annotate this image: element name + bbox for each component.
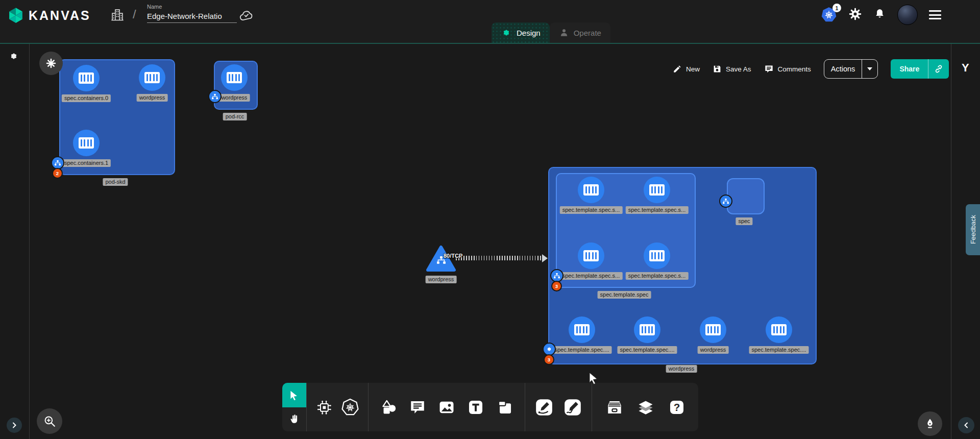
kanvas-app: KANVAS / Name [0,0,980,439]
design-name-field: Name [147,4,237,23]
integrations-chip-tool[interactable] [315,399,333,416]
breadcrumb-slash: / [133,7,136,21]
node-label: spec.template.spec.s... [560,272,623,280]
pen-path-tool[interactable] [534,398,554,417]
actions-caret-icon[interactable] [862,60,877,78]
tab-design[interactable]: Design [492,22,550,43]
menu-hamburger-icon[interactable] [929,10,941,19]
node-template-container[interactable]: spec.template.spec.... [569,316,595,343]
user-avatar[interactable] [897,5,918,25]
gear-flower-icon [45,57,57,69]
save-status-cloud-icon[interactable] [239,9,254,25]
yaml-dock-toggle[interactable]: Y [962,61,969,75]
comment-icon [764,64,774,74]
network-relationship-badge[interactable] [208,90,222,103]
expand-left-panel-button[interactable] [7,418,22,433]
note-icon [496,399,513,416]
node-label: spec [736,217,752,225]
container-icon [644,242,670,269]
pan-tool[interactable] [282,407,306,432]
collapse-right-panel-button[interactable] [958,417,974,433]
magnifier-plus-icon [43,414,56,428]
node-spec-containers-1[interactable]: spec.containers.1 [73,130,100,156]
edge-arrowhead [542,254,548,262]
rectangle-note-tool[interactable] [496,399,513,416]
notifications-bell-icon[interactable] [873,8,886,22]
image-icon [438,399,455,416]
actions-dropdown[interactable]: Actions [824,59,878,79]
edge-wordpress-to-deployment[interactable] [456,256,543,260]
node-wordpress-container[interactable]: wordpress [221,64,248,91]
meshery-sync-icon [8,51,19,64]
left-panel-divider [29,43,30,439]
help-tool[interactable]: ? [668,399,685,416]
shapes-icon [380,399,398,416]
node-wordpress-container[interactable]: wordpress [700,316,726,343]
select-tool[interactable] [282,383,306,407]
node-label: spec.template.spec.... [618,346,677,354]
zoom-button[interactable] [37,408,62,434]
question-mark-icon: ? [668,399,685,416]
pen-nib-icon [924,418,936,430]
utility-tools: ? [592,383,698,431]
comments-label: Comments [778,65,811,73]
node-label: spec.template.spec.s... [626,206,689,214]
group-label: pod-skd [103,178,128,186]
kubernetes-context-button[interactable]: 1 [821,7,837,23]
group-spec-template-spec[interactable] [556,173,696,288]
issue-count-badge[interactable]: 3 [551,281,562,291]
node-template-container[interactable]: spec.template.spec.s... [578,177,604,203]
comment-tool[interactable] [409,399,426,416]
shapes-tool[interactable] [380,399,398,416]
component-tools [307,383,368,431]
layers-icon [636,398,655,417]
node-spec[interactable] [727,178,765,214]
layers-tool[interactable] [636,398,655,417]
container-icon [644,177,670,203]
arrow-cursor-icon [289,390,299,400]
node-template-container[interactable]: spec.template.spec.s... [644,242,670,269]
save-icon [713,64,722,74]
node-label: wordpress [698,346,729,354]
brand-logo[interactable]: KANVAS [7,7,91,24]
freehand-draw-tool[interactable] [563,398,582,417]
issue-count-badge[interactable]: 2 [52,168,63,179]
issue-count-badge[interactable]: 3 [544,354,554,365]
node-template-container[interactable]: spec.template.spec.... [766,316,792,343]
node-template-container[interactable]: spec.template.spec.s... [644,177,670,203]
save-as-button[interactable]: Save As [713,64,751,74]
comments-button[interactable]: Comments [764,64,811,74]
whiteboarding-pen-button[interactable] [918,411,942,436]
image-tool[interactable] [438,399,455,416]
container-icon [766,316,792,343]
feedback-tab[interactable]: Feedback [966,204,980,255]
copy-link-button[interactable] [928,59,949,79]
design-name-input[interactable] [147,11,237,23]
tab-operate[interactable]: Operate [550,22,610,43]
new-label: New [686,65,700,73]
drawer-archive-icon [605,398,624,417]
node-label: spec.template.spec.... [552,346,612,354]
share-button[interactable]: Share [891,59,949,79]
kubernetes-components-tool[interactable] [341,398,359,417]
node-label: wordpress [426,276,457,283]
settings-gear-icon[interactable] [848,7,862,23]
drawer-tool[interactable] [605,398,624,417]
node-label: spec.containers.0 [62,94,111,102]
organization-icon[interactable] [110,8,125,24]
new-button[interactable]: New [673,64,700,74]
node-label: spec.template.spec.s... [626,272,689,280]
kubernetes-wheel-icon [341,398,359,417]
node-wordpress-container[interactable]: wordpress [139,64,165,91]
text-tool[interactable] [467,399,484,416]
node-template-container[interactable]: spec.template.spec.... [634,316,660,343]
container-icon [139,64,165,91]
node-spec-containers-0[interactable]: spec.containers.0 [73,65,100,91]
text-t-icon [467,399,484,416]
group-label: pod-rcc [223,113,247,120]
node-template-container[interactable]: spec.template.spec.s... [578,242,604,269]
node-wordpress-service[interactable]: wordpress [426,245,456,275]
chip-icon [315,399,333,416]
network-relationship-badge[interactable] [719,194,732,208]
node-action-gear-button[interactable] [39,52,63,75]
